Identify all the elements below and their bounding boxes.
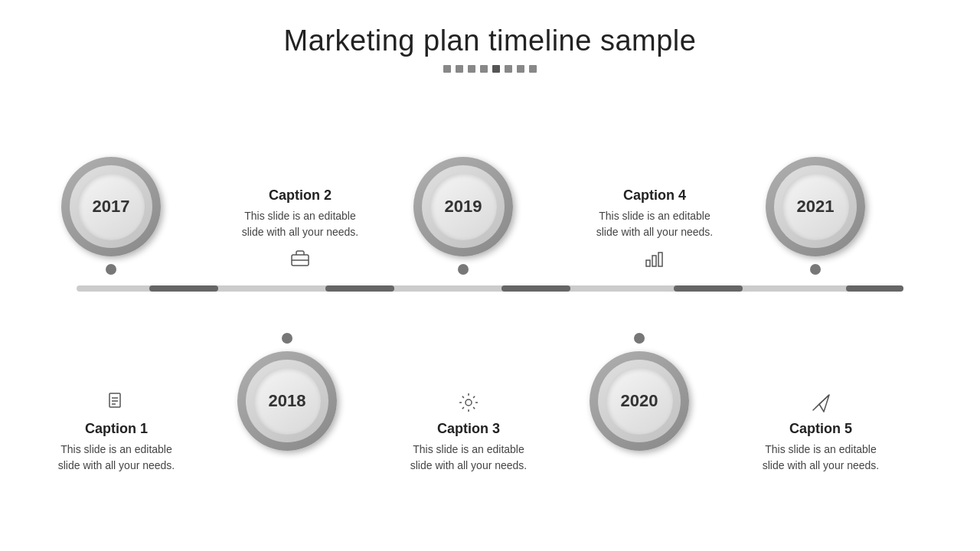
year-circle-2018: 2018 xyxy=(237,351,337,451)
svg-point-6 xyxy=(466,399,472,406)
dot-2[interactable] xyxy=(456,65,463,73)
year-circle-2021: 2021 xyxy=(766,157,865,256)
caption-title-2: Caption 2 xyxy=(239,187,361,204)
svg-rect-9 xyxy=(658,253,662,266)
svg-rect-0 xyxy=(109,393,120,407)
caption-title-1: Caption 1 xyxy=(55,421,178,437)
line-segment-1 xyxy=(149,285,218,292)
caption-title-5: Caption 5 xyxy=(760,421,882,437)
timeline-item-2019: 2019 xyxy=(413,157,513,275)
timeline-container: 2017 Caption 1 This slide is an editable… xyxy=(31,96,949,509)
chart-icon xyxy=(642,246,667,271)
dot-3[interactable] xyxy=(468,65,475,73)
page-title: Marketing plan timeline sample xyxy=(284,24,697,57)
svg-rect-8 xyxy=(652,256,656,266)
line-segment-4 xyxy=(674,285,743,292)
year-label-2017: 2017 xyxy=(93,197,130,217)
briefcase-icon xyxy=(288,246,312,271)
caption-block-2: Caption 2 This slide is an editable slid… xyxy=(239,187,361,271)
dot-8[interactable] xyxy=(529,65,537,73)
timeline-item-2018: 2018 xyxy=(237,333,337,451)
timeline-item-2020: 2020 xyxy=(590,333,689,451)
document-icon xyxy=(104,390,129,415)
connector-2020 xyxy=(634,333,645,344)
svg-rect-7 xyxy=(646,260,650,266)
timeline-item-2017: 2017 xyxy=(61,157,161,275)
paper-plane-icon xyxy=(808,390,833,415)
year-label-2018: 2018 xyxy=(269,391,306,411)
year-circle-2019: 2019 xyxy=(413,157,513,256)
title-section: Marketing plan timeline sample xyxy=(284,24,697,73)
caption-text-3: This slide is an editable slide with all… xyxy=(407,442,530,474)
caption-block-5: Caption 5 This slide is an editable slid… xyxy=(760,390,882,474)
connector-2021 xyxy=(810,264,821,275)
line-segment-5 xyxy=(846,285,903,292)
dot-6[interactable] xyxy=(505,65,512,73)
caption-text-2: This slide is an editable slide with all… xyxy=(239,208,361,240)
line-segment-3 xyxy=(501,285,570,292)
caption-text-1: This slide is an editable slide with all… xyxy=(55,442,178,474)
connector-2019 xyxy=(458,264,469,275)
timeline-line xyxy=(77,285,903,292)
dot-7[interactable] xyxy=(517,65,524,73)
caption-title-4: Caption 4 xyxy=(593,187,716,204)
connector-2018 xyxy=(282,333,292,344)
dot-1[interactable] xyxy=(443,65,451,73)
caption-block-1: Caption 1 This slide is an editable slid… xyxy=(55,390,178,474)
year-label-2020: 2020 xyxy=(621,391,658,411)
caption-block-4: Caption 4 This slide is an editable slid… xyxy=(593,187,716,271)
year-circle-2020: 2020 xyxy=(590,351,689,451)
dot-4[interactable] xyxy=(480,65,488,73)
gear-icon xyxy=(456,390,481,415)
timeline-item-2021: 2021 xyxy=(766,157,865,275)
slide-dots xyxy=(284,65,697,73)
year-circle-2017: 2017 xyxy=(61,157,161,256)
year-label-2021: 2021 xyxy=(797,197,835,217)
caption-block-3: Caption 3 This slide is an editable slid… xyxy=(407,390,530,474)
caption-title-3: Caption 3 xyxy=(407,421,530,437)
dot-5[interactable] xyxy=(492,65,500,73)
caption-text-5: This slide is an editable slide with all… xyxy=(760,442,882,474)
caption-text-4: This slide is an editable slide with all… xyxy=(593,208,716,240)
year-label-2019: 2019 xyxy=(445,197,482,217)
connector-2017 xyxy=(106,264,116,275)
line-segment-2 xyxy=(325,285,394,292)
